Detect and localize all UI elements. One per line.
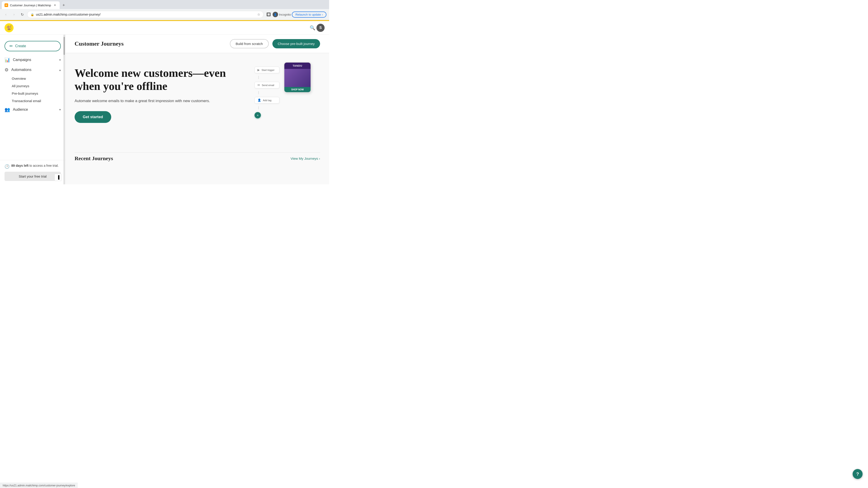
flow-item-tag: 👤 Add tag (254, 97, 279, 103)
tab-favicon: M (4, 3, 8, 7)
back-button[interactable]: ‹ (3, 11, 9, 18)
sidebar-sub-item-overview[interactable]: Overview (0, 75, 65, 82)
hero-title: Welcome new customers—even when you're o… (74, 67, 228, 93)
campaigns-chevron: ▾ (59, 58, 61, 62)
tab-bar: M Customer Journeys | Mailchimp ✕ + (0, 0, 329, 9)
hero-section: Welcome new customers—even when you're o… (66, 53, 329, 148)
extensions-button[interactable]: 🔲 (266, 11, 272, 18)
automations-icon: ⚙ (4, 67, 8, 72)
reload-button[interactable]: ↻ (19, 11, 25, 18)
page-header: Customer Journeys Build from scratch Cho… (66, 35, 329, 53)
sidebar-sub-item-all-journeys[interactable]: All journeys (0, 82, 65, 90)
flow-email-label: Send email (262, 84, 274, 87)
hero-content: Welcome new customers—even when you're o… (74, 67, 228, 123)
recent-section: Recent Journeys View My Journeys › (66, 148, 329, 169)
search-icon: 🔍 (310, 25, 315, 31)
page-title: Customer Journeys (74, 40, 124, 47)
create-label: Create (15, 44, 26, 48)
flow-trigger-icon: ▶ (257, 68, 260, 72)
all-journeys-label: All journeys (12, 84, 29, 88)
days-left: 89 days left (11, 164, 29, 167)
user-initial: S (319, 26, 322, 30)
campaigns-label: Campaigns (13, 58, 57, 62)
active-tab[interactable]: M Customer Journeys | Mailchimp ✕ (2, 1, 60, 9)
automations-label: Automations (11, 68, 57, 72)
create-icon: ✏ (9, 43, 13, 48)
flow-item-email: ✉ Send email (254, 82, 279, 88)
forward-button[interactable]: › (11, 11, 17, 18)
prebuilt-journeys-label: Pre-built journeys (12, 92, 38, 95)
start-free-trial-button[interactable]: Start your free trial (4, 172, 61, 181)
sidebar-item-audience[interactable]: 👥 Audience ▾ (0, 105, 65, 115)
journey-flow: ▶ Start trigger ✉ Send email 👤 Add tag + (254, 67, 279, 119)
hero-get-started-button[interactable]: Get started (74, 111, 111, 123)
view-link-chevron: › (319, 157, 320, 160)
sidebar-item-automations[interactable]: ⚙ Automations ▴ (0, 65, 65, 75)
phone-brand: TANDU (284, 63, 311, 69)
audience-icon: 👥 (4, 107, 10, 112)
flow-tag-icon: 👤 (257, 98, 261, 102)
flow-item-trigger: ▶ Start trigger (254, 67, 279, 73)
sidebar: ✏ Create 📊 Campaigns ▾ ⚙ Automations ▴ O… (0, 21, 66, 184)
campaigns-icon: 📊 (4, 57, 10, 63)
flow-connector-3 (258, 106, 259, 109)
security-lock-icon: 🔒 (31, 13, 34, 16)
mailchimp-logo[interactable]: 🐒 (4, 23, 13, 32)
incognito-indicator: 👤 Incognito (273, 12, 291, 17)
sidebar-scrollbar[interactable] (64, 35, 65, 184)
flow-connector-1 (258, 76, 259, 79)
header-search-button[interactable]: 🔍 (308, 24, 316, 32)
main-content: Customer Journeys Build from scratch Cho… (66, 21, 329, 184)
hero-subtitle: Automate welcome emails to make a great … (74, 98, 228, 104)
view-link-label: View My Journeys (291, 157, 318, 160)
trial-copy: 89 days left to access a free trial. (11, 164, 59, 167)
automations-sub-items: Overview All journeys Pre-built journeys… (0, 75, 65, 105)
url-text: us21.admin.mailchimp.com/customer-journe… (36, 13, 255, 16)
logo-icon: 🐒 (6, 25, 12, 31)
trial-suffix: to access a free trial. (29, 164, 59, 167)
sidebar-collapse-button[interactable]: ▐ (55, 174, 62, 181)
view-my-journeys-link[interactable]: View My Journeys › (291, 157, 320, 160)
flow-add-step-button[interactable]: + (254, 112, 261, 119)
tab-title: Customer Journeys | Mailchimp (10, 4, 51, 7)
build-from-scratch-button[interactable]: Build from scratch (230, 39, 269, 48)
phone-cta: SHOP NOW (284, 87, 311, 92)
address-bar: ‹ › ↻ 🔒 us21.admin.mailchimp.com/custome… (0, 9, 329, 20)
relaunch-button[interactable]: Relaunch to update › (292, 11, 327, 18)
collapse-icon: ▐ (57, 175, 59, 180)
relaunch-label: Relaunch to update (296, 13, 321, 16)
flow-connector-2 (258, 91, 259, 94)
browser-chrome: M Customer Journeys | Mailchimp ✕ + ‹ › … (0, 0, 329, 20)
incognito-icon: 👤 (273, 12, 278, 17)
trial-text: 🕐 89 days left to access a free trial. (4, 164, 61, 169)
relaunch-chevron: › (322, 13, 323, 16)
recent-header: Recent Journeys View My Journeys › (74, 153, 320, 164)
flow-email-icon: ✉ (257, 84, 260, 87)
audience-chevron: ▾ (59, 108, 61, 111)
app-header: 🐒 🔍 S (0, 21, 329, 35)
sidebar-item-campaigns[interactable]: 📊 Campaigns ▾ (0, 55, 65, 65)
sidebar-scrollbar-thumb (64, 37, 65, 55)
trial-clock-icon: 🕐 (4, 164, 9, 169)
incognito-label: Incognito (279, 13, 291, 16)
sidebar-sub-item-transactional[interactable]: Transactional email (0, 97, 65, 105)
flow-tag-label: Add tag (263, 99, 272, 102)
phone-mockup: TANDU SHOP NOW (284, 62, 311, 93)
transactional-email-label: Transactional email (12, 99, 41, 103)
flow-add-icon: + (257, 113, 258, 117)
page-header-actions: Build from scratch Choose pre-built jour… (230, 39, 320, 48)
user-avatar[interactable]: S (316, 24, 324, 32)
flow-trigger-label: Start trigger (261, 69, 274, 71)
new-tab-button[interactable]: + (61, 2, 67, 8)
browser-actions: 🔲 👤 Incognito Relaunch to update › (266, 11, 327, 18)
bookmark-icon: ☆ (257, 12, 260, 17)
choose-prebuilt-button[interactable]: Choose pre-built journey (272, 39, 320, 48)
sidebar-sub-item-prebuilt[interactable]: Pre-built journeys (0, 90, 65, 97)
create-button[interactable]: ✏ Create (4, 41, 61, 51)
app-layout: 🐒 🔍 S ✏ Create 📊 Campaigns ▾ ⚙ (0, 21, 329, 184)
tab-close-button[interactable]: ✕ (53, 3, 57, 7)
overview-label: Overview (12, 76, 26, 80)
sidebar-content: ✏ Create 📊 Campaigns ▾ ⚙ Automations ▴ O… (0, 35, 65, 160)
url-bar[interactable]: 🔒 us21.admin.mailchimp.com/customer-jour… (27, 11, 264, 18)
phone-product-image (284, 69, 311, 87)
